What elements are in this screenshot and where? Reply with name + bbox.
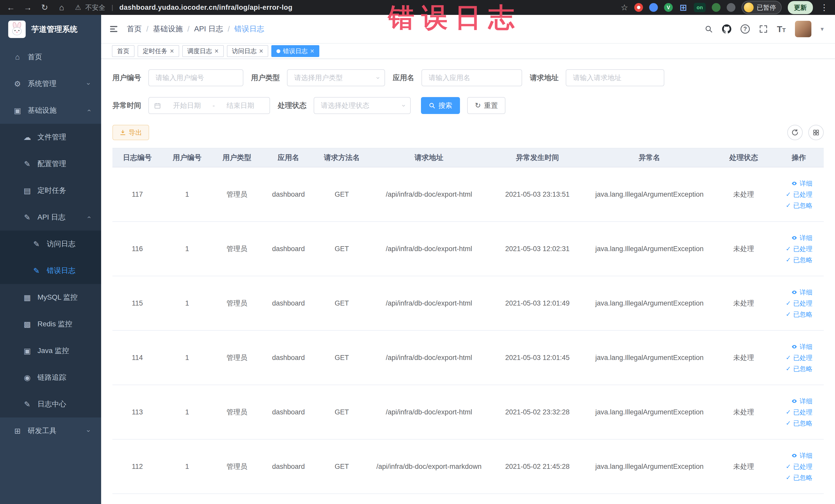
date-range-picker[interactable]: 开始日期 - 结束日期 [148, 97, 270, 114]
cell-user_id: 1 [162, 439, 212, 494]
detail-link[interactable]: 详细 [777, 344, 812, 350]
detail-link[interactable]: 详细 [777, 452, 812, 459]
tab-access-log[interactable]: 访问日志× [227, 45, 268, 57]
back-icon[interactable]: ← [6, 3, 16, 12]
cell-method: GET [315, 385, 369, 439]
search-icon [429, 102, 435, 109]
page-header: 首页/基础设施/API 日志/错误日志 ? [101, 15, 835, 44]
avatar[interactable] [795, 21, 811, 37]
search-icon[interactable] [705, 25, 713, 33]
security-label[interactable]: 不安全 [85, 3, 105, 12]
cell-status: 未处理 [713, 330, 774, 385]
help-icon[interactable]: ? [740, 24, 750, 34]
mark-ignored-link[interactable]: ✓已忽略 [777, 257, 812, 263]
close-icon[interactable]: × [170, 48, 174, 55]
sidebar-item-config[interactable]: ✎配置管理 [0, 150, 101, 177]
sidebar-item-trace[interactable]: ◉链路追踪 [0, 364, 101, 391]
profile-chip[interactable]: 已暂停 [741, 1, 781, 14]
app-name-input[interactable] [422, 69, 522, 86]
layers-icon: ▩ [22, 320, 32, 329]
sidebar-item-label: Redis 监控 [38, 319, 72, 329]
address-bar[interactable]: ⚠ 不安全 | dashboard.yudao.iocoder.cn/infra… [75, 3, 614, 12]
mark-ignored-link[interactable]: ✓已忽略 [777, 311, 812, 318]
extension-on-badge[interactable]: on [694, 3, 706, 12]
vue-devtools-extension-icon[interactable] [664, 3, 673, 12]
export-button[interactable]: 导出 [113, 125, 149, 140]
sidebar-item-error-log[interactable]: ✎错误日志 [0, 257, 101, 284]
user-id-input[interactable] [148, 69, 243, 86]
github-icon[interactable] [722, 24, 731, 34]
eye-icon [791, 235, 797, 241]
fullscreen-icon[interactable] [759, 25, 768, 33]
breadcrumb-item[interactable]: API 日志 [194, 24, 223, 34]
sidebar-item-home[interactable]: ⌂首页 [0, 44, 101, 70]
extension-icon[interactable] [634, 3, 643, 12]
refresh-table-button[interactable] [787, 125, 803, 140]
caret-down-icon[interactable]: ▾ [821, 25, 824, 33]
home-icon: ⌂ [12, 53, 23, 61]
sidebar-item-access-log[interactable]: ✎访问日志 [0, 230, 101, 257]
mark-ignored-link[interactable]: ✓已忽略 [777, 202, 812, 209]
sidebar-item-devtools[interactable]: ⊞研发工具› [0, 418, 101, 444]
detail-link[interactable]: 详细 [777, 180, 812, 187]
sidebar-item-java[interactable]: ▣Java 监控 [0, 337, 101, 364]
breadcrumb-item[interactable]: 首页 [127, 24, 142, 34]
reload-icon[interactable]: ↻ [40, 3, 50, 12]
breadcrumb-item[interactable]: 基础设施 [153, 24, 183, 34]
detail-link[interactable]: 详细 [777, 289, 812, 296]
sidebar-toggle-icon[interactable] [109, 24, 119, 34]
user-type-select[interactable]: 请选择用户类型 › [287, 69, 385, 86]
tab-job[interactable]: 定时任务× [138, 45, 179, 57]
sidebar-item-redis[interactable]: ▩Redis 监控 [0, 311, 101, 337]
cell-id: 113 [113, 385, 162, 439]
cell-actions: 详细✓已处理✓已忽略 [774, 330, 824, 385]
sidebar-item-api-log[interactable]: ✎API 日志› [0, 204, 101, 230]
mark-processed-link[interactable]: ✓已处理 [777, 355, 812, 361]
reset-button[interactable]: ↻ 重置 [467, 97, 505, 114]
sidebar-item-infra[interactable]: ▣基础设施› [0, 97, 101, 124]
forward-icon[interactable]: → [23, 3, 33, 12]
extension-icon[interactable] [649, 3, 658, 12]
browser-menu-icon[interactable]: ⋮ [819, 3, 829, 12]
cell-app_name: dashboard [262, 167, 315, 222]
search-button[interactable]: 搜索 [421, 97, 460, 114]
detail-link[interactable]: 详细 [777, 398, 812, 404]
calendar-icon [154, 102, 161, 109]
extension-icon[interactable] [727, 3, 735, 12]
url-text[interactable]: dashboard.yudao.iocoder.cn/infra/log/api… [119, 4, 292, 12]
app-logo[interactable]: 芋道管理系统 [0, 15, 101, 44]
sidebar-item-job[interactable]: ▤定时任务 [0, 177, 101, 204]
font-size-icon[interactable]: TT [777, 24, 786, 34]
mark-processed-link[interactable]: ✓已处理 [777, 300, 812, 306]
tab-error-log[interactable]: 错误日志× [271, 45, 319, 57]
sidebar-item-mysql[interactable]: ▦MySQL 监控 [0, 284, 101, 311]
process-status-select[interactable]: 请选择处理状态 › [314, 97, 411, 114]
mark-ignored-link[interactable]: ✓已忽略 [777, 475, 812, 481]
close-icon[interactable]: × [215, 48, 219, 55]
column-settings-button[interactable] [808, 125, 824, 140]
mark-ignored-link[interactable]: ✓已忽略 [777, 366, 812, 372]
mark-processed-link[interactable]: ✓已处理 [777, 246, 812, 252]
mark-processed-link[interactable]: ✓已处理 [777, 409, 812, 416]
extension-icon[interactable] [712, 3, 720, 12]
browser-home-icon[interactable]: ⌂ [57, 3, 67, 12]
tab-home[interactable]: 首页 [112, 45, 135, 57]
table-tools [787, 125, 824, 140]
column-header: 处理状态 [713, 148, 774, 167]
mark-processed-link[interactable]: ✓已处理 [777, 463, 812, 470]
sidebar-item-file[interactable]: ☁文件管理 [0, 124, 101, 150]
action-label: 已处理 [793, 463, 812, 470]
detail-link[interactable]: 详细 [777, 235, 812, 241]
eye-icon [791, 344, 797, 350]
sidebar-item-system[interactable]: ⚙系统管理› [0, 70, 101, 97]
close-icon[interactable]: × [259, 48, 263, 55]
sidebar-item-log-center[interactable]: ✎日志中心 [0, 391, 101, 418]
mark-ignored-link[interactable]: ✓已忽略 [777, 420, 812, 426]
bookmark-star-icon[interactable]: ☆ [621, 3, 628, 12]
browser-update-button[interactable]: 更新 [788, 1, 813, 14]
extensions-grid-icon[interactable]: ⊞ [679, 3, 688, 12]
request-url-input[interactable] [566, 69, 664, 86]
mark-processed-link[interactable]: ✓已处理 [777, 191, 812, 198]
close-icon[interactable]: × [310, 48, 314, 55]
tab-job-log[interactable]: 调度日志× [182, 45, 224, 57]
